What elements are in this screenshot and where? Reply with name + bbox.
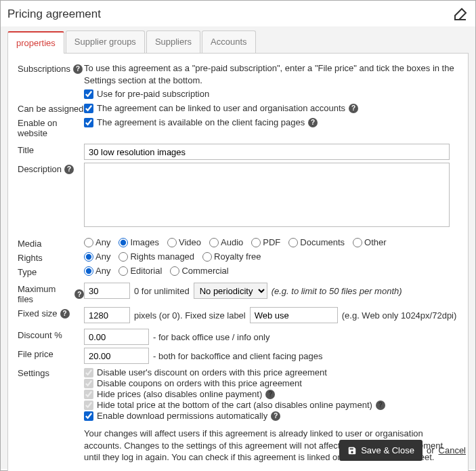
- subscriptions-label: Subscriptions: [18, 64, 70, 74]
- rights-any-radio[interactable]: [84, 252, 93, 262]
- help-icon[interactable]: ?: [271, 411, 280, 421]
- maxfiles-hint: 0 for unlimited: [134, 286, 190, 296]
- help-icon[interactable]: ?: [308, 118, 318, 127]
- fixedsize-input[interactable]: [84, 307, 130, 323]
- edit-icon[interactable]: [452, 6, 469, 22]
- tab-properties[interactable]: properties: [7, 31, 64, 54]
- enable-website-text: The agreement is available on the client…: [97, 117, 305, 127]
- fixedsize-label: Fixed size: [18, 308, 58, 319]
- enable-website-checkbox[interactable]: [84, 118, 93, 127]
- settings-label: Settings: [18, 368, 49, 378]
- discount-label: Discount %: [18, 330, 62, 340]
- assigned-text: The agreement can be linked to user and …: [97, 103, 345, 113]
- type-editorial-radio[interactable]: [118, 266, 128, 276]
- setting2-checkbox: [84, 379, 93, 388]
- or-text: or: [427, 445, 435, 455]
- setting3-checkbox: [84, 390, 93, 399]
- tab-supplier-groups[interactable]: Supplier groups: [66, 30, 145, 53]
- prepay-checkbox[interactable]: [84, 89, 93, 99]
- help-icon[interactable]: ?: [64, 165, 74, 174]
- maxfiles-input[interactable]: [84, 283, 130, 299]
- rights-rf-radio[interactable]: [202, 252, 212, 262]
- type-any-radio[interactable]: [84, 266, 93, 276]
- save-close-button[interactable]: Save & Close: [339, 440, 423, 461]
- help-icon[interactable]: ?: [60, 309, 70, 319]
- help-icon[interactable]: ?: [376, 401, 385, 410]
- discount-input[interactable]: [84, 329, 149, 345]
- title-label: Title: [18, 145, 34, 155]
- media-label: Media: [18, 239, 41, 249]
- periodicity-select[interactable]: No periodicity: [194, 283, 267, 299]
- fixedsize-hint: pixels (or 0). Fixed size label: [134, 310, 246, 321]
- fileprice-input[interactable]: [84, 348, 149, 364]
- description-textarea[interactable]: [84, 163, 450, 227]
- fixedsizelabel-input[interactable]: [250, 307, 338, 323]
- assigned-label: Can be assigned: [18, 104, 84, 114]
- fileprice-hint: - both for backoffice and client facing …: [153, 351, 323, 361]
- setting4-checkbox: [84, 401, 93, 410]
- help-icon[interactable]: ?: [349, 104, 358, 113]
- help-icon[interactable]: ?: [73, 64, 83, 74]
- page-title: Pricing agreement: [7, 7, 101, 21]
- type-commercial-radio[interactable]: [170, 266, 179, 276]
- media-video-radio[interactable]: [167, 238, 177, 247]
- rights-label: Rights: [18, 253, 43, 263]
- type-label: Type: [18, 267, 37, 277]
- fixedsize-eg: (e.g. Web only 1024px/72dpi): [342, 310, 457, 321]
- description-label: Description: [18, 164, 62, 174]
- media-pdf-radio[interactable]: [251, 238, 261, 247]
- help-icon[interactable]: ?: [265, 390, 275, 399]
- subscriptions-intro: To use this agreement as a "pre-paid sub…: [84, 62, 458, 86]
- prepay-label: Use for pre-paid subscription: [97, 89, 209, 99]
- enable-website-label: Enable on website: [18, 118, 84, 138]
- media-other-radio[interactable]: [353, 238, 362, 247]
- media-images-radio[interactable]: [118, 238, 128, 247]
- title-input[interactable]: [84, 144, 450, 160]
- assigned-checkbox[interactable]: [84, 104, 93, 113]
- save-icon: [347, 446, 357, 455]
- discount-hint: - for back office use / info only: [153, 332, 269, 342]
- setting1-checkbox: [84, 368, 93, 377]
- cancel-link[interactable]: Cancel: [439, 445, 466, 455]
- maxfiles-label: Maximum files: [18, 284, 72, 304]
- media-documents-radio[interactable]: [288, 238, 298, 247]
- periodicity-hint: (e.g. to limit to 50 files per month): [272, 286, 402, 296]
- tab-suppliers[interactable]: Suppliers: [146, 30, 200, 53]
- fileprice-label: File price: [18, 349, 53, 359]
- media-any-radio[interactable]: [84, 238, 93, 247]
- media-audio-radio[interactable]: [209, 238, 219, 247]
- rights-rm-radio[interactable]: [118, 252, 128, 262]
- tab-accounts[interactable]: Accounts: [202, 30, 255, 53]
- setting5-checkbox[interactable]: [84, 411, 93, 421]
- help-icon[interactable]: ?: [74, 289, 84, 299]
